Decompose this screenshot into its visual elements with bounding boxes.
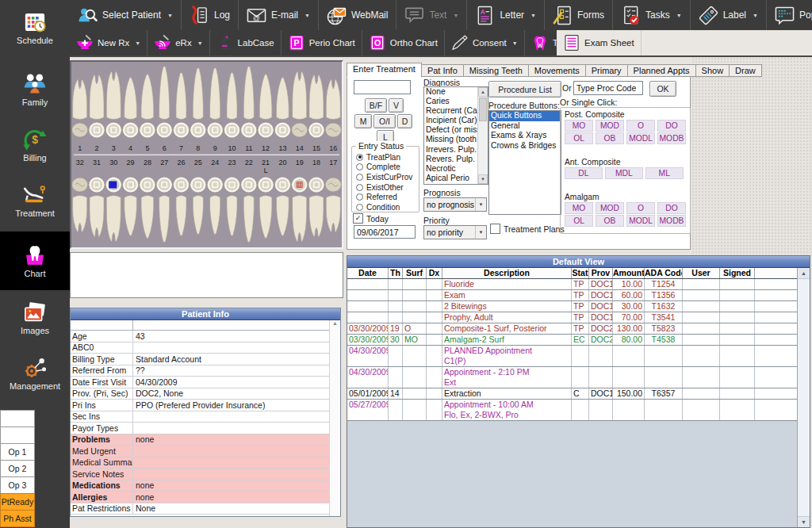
- procedure-category-exams-xrays[interactable]: Exams & Xrays: [489, 131, 561, 141]
- table-row[interactable]: 04/30/2009PLANNED Appointment C1(P): [347, 346, 798, 367]
- scroll-thumb[interactable]: [479, 98, 487, 121]
- tab-planned-appts[interactable]: Planned Appts: [627, 64, 696, 77]
- diagnosis-listbox[interactable]: NoneCariesRecurrent (Car)Incipient (Car)…: [423, 86, 488, 185]
- toolbar-button-ortho-chart[interactable]: OOrtho Chart: [362, 30, 445, 55]
- tab-missing-teeth[interactable]: Missing Teeth: [463, 64, 529, 77]
- radio-condition[interactable]: Condition: [356, 202, 419, 212]
- sidebar-item-management[interactable]: Management: [0, 346, 70, 401]
- quick-proc-button-amalgam-ob[interactable]: OB: [596, 215, 624, 227]
- quick-proc-button-post-composite-modl[interactable]: MODL: [626, 132, 655, 144]
- operatory-cell-empty[interactable]: [0, 410, 35, 427]
- toolbar-button-popups[interactable]: Popups: [767, 0, 812, 30]
- quick-proc-button-amalgam-mo[interactable]: MO: [565, 202, 593, 214]
- table-row[interactable]: FluorideTPDOC110.00T1254: [347, 279, 798, 290]
- toolbar-button-perio-chart[interactable]: PPerio Chart: [282, 30, 362, 55]
- scroll-up-icon[interactable]: ▲: [798, 268, 810, 279]
- scroll-down-icon[interactable]: ▼: [478, 174, 488, 184]
- procedure-category-quick-buttons[interactable]: Quick Buttons: [489, 111, 561, 121]
- tooth-chart-graphic[interactable]: 1234567891011121314151632313029282726252…: [71, 62, 342, 247]
- proc-code-input[interactable]: [573, 81, 643, 95]
- grid-scrollbar[interactable]: ▲ ▼: [797, 268, 810, 527]
- toolbar-button-tasks[interactable]: Tasks▼: [613, 0, 691, 30]
- tab-pat-info[interactable]: Pat Info: [421, 64, 464, 77]
- procedure-buttons-listbox[interactable]: Quick ButtonsGeneralExams & XraysCrowns …: [488, 110, 561, 215]
- sidebar-item-chart[interactable]: Chart: [0, 231, 70, 290]
- quick-proc-button-amalgam-modb[interactable]: MODB: [657, 215, 686, 227]
- operatory-cell-empty[interactable]: [0, 427, 35, 444]
- diagnosis-option-revers-pulp[interactable]: Revers. Pulp.: [424, 155, 478, 164]
- tab-show[interactable]: Show: [695, 64, 730, 77]
- sidebar-item-images[interactable]: Images: [0, 290, 70, 346]
- quick-proc-button-amalgam-mod[interactable]: MOD: [596, 202, 624, 214]
- column-header-filler[interactable]: [755, 268, 798, 278]
- operatory-cell-ptready[interactable]: PtReady: [0, 493, 35, 511]
- tab-draw[interactable]: Draw: [729, 64, 762, 77]
- today-checkbox[interactable]: ✓ Today: [353, 213, 389, 224]
- tooth-chart-panel[interactable]: 1234567891011121314151632313029282726252…: [70, 60, 343, 249]
- quick-proc-button-ant-composite-mdl[interactable]: MDL: [605, 167, 643, 179]
- table-row[interactable]: 2 BitewingsTPDOC130.00T1632: [347, 301, 798, 312]
- patient-info-scrollbar[interactable]: ▲: [329, 320, 340, 516]
- toolbar-button-consent[interactable]: Consent▼: [445, 30, 525, 55]
- procedure-category-general[interactable]: General: [489, 121, 561, 132]
- quick-proc-button-ant-composite-ml[interactable]: ML: [645, 167, 684, 179]
- diagnosis-scrollbar[interactable]: ▲ ▼: [477, 87, 488, 184]
- tab-movements[interactable]: Movements: [528, 64, 586, 77]
- diagnosis-option-apical-perio[interactable]: Apical Perio: [424, 174, 478, 183]
- scroll-down-icon[interactable]: ▼: [798, 516, 810, 527]
- toolbar-button-log[interactable]: Log: [182, 0, 239, 30]
- quick-proc-button-post-composite-do[interactable]: DO: [657, 120, 686, 132]
- prognosis-select[interactable]: no prognosis ▼: [423, 197, 487, 212]
- surface-button-b-f[interactable]: B/F: [365, 98, 387, 113]
- table-row[interactable]: 04/30/2009Appointment - 2:10 PM Ext: [347, 367, 798, 388]
- quick-proc-button-post-composite-modb[interactable]: MODB: [657, 132, 686, 144]
- diagnosis-option-defect-or-miss[interactable]: Defect (or miss: [424, 125, 478, 135]
- sidebar-item-treatment[interactable]: Treatment: [0, 173, 70, 228]
- sidebar-item-schedule[interactable]: Schedule: [0, 0, 70, 55]
- toolbar-button-erx[interactable]: eRx▼: [147, 30, 209, 55]
- procedure-category-crowns-bridges[interactable]: Crowns & Bridges: [489, 141, 561, 151]
- surface-button-m[interactable]: M: [354, 114, 372, 128]
- tab-enter-treatment[interactable]: Enter Treatment: [347, 63, 422, 78]
- column-header-description[interactable]: Description: [442, 268, 572, 278]
- column-header-prov[interactable]: Prov: [589, 268, 613, 278]
- quick-proc-button-post-composite-mo[interactable]: MO: [565, 120, 593, 132]
- procedure-list-button[interactable]: Procedure List: [488, 81, 561, 98]
- table-row[interactable]: ExamTPDOC160.00T1356: [347, 290, 798, 301]
- table-row[interactable]: 03/30/200919OComposite-1 Surf, Posterior…: [347, 323, 798, 335]
- diagnosis-option-caries[interactable]: Caries: [424, 97, 478, 106]
- column-header-amount[interactable]: Amount: [613, 268, 645, 278]
- table-row[interactable]: 05/01/200914ExtractionCDOC1150.00T6357: [347, 388, 798, 400]
- quick-proc-button-post-composite-ob[interactable]: OB: [596, 132, 624, 144]
- column-header-date[interactable]: Date: [347, 268, 389, 278]
- sidebar-item-billing[interactable]: $Billing: [0, 117, 70, 173]
- operatory-cell-ph-asst[interactable]: Ph Asst: [0, 510, 35, 527]
- column-header-ada-code[interactable]: ADA Code: [645, 268, 683, 278]
- column-header-signed[interactable]: Signed: [720, 268, 755, 278]
- radio-referred[interactable]: Referred: [356, 192, 419, 202]
- surface-button-d[interactable]: D: [397, 114, 412, 128]
- quick-proc-button-amalgam-ol[interactable]: OL: [565, 215, 593, 227]
- scroll-up-icon[interactable]: ▲: [478, 87, 488, 97]
- diagnosis-option-missing-tooth-s[interactable]: Missing (tooth s: [424, 135, 478, 144]
- radio-existother[interactable]: ExistOther: [356, 182, 419, 193]
- table-row[interactable]: 03/30/200930MOAmalgam-2 SurfECDOC280.00T…: [347, 335, 798, 346]
- table-row[interactable]: 05/27/2009Appointment - 10:00 AM Flo, Ex…: [347, 400, 798, 421]
- ok-button[interactable]: OK: [649, 81, 676, 97]
- diagnosis-option-incipient-car[interactable]: Incipient (Car): [424, 116, 478, 125]
- operatory-cell-op-2[interactable]: Op 2: [0, 460, 35, 477]
- sidebar-item-family[interactable]: Family: [0, 62, 70, 117]
- column-header-th[interactable]: Th: [389, 268, 403, 278]
- operatory-cell-op-3[interactable]: Op 3: [0, 476, 35, 494]
- priority-select[interactable]: no priority ▼: [423, 225, 487, 239]
- toolbar-button-new-rx[interactable]: New Rx▼: [70, 30, 147, 55]
- toolbar-button-letter[interactable]: ALetter▼: [467, 0, 545, 30]
- quick-proc-button-amalgam-modl[interactable]: MODL: [626, 215, 655, 227]
- diagnosis-option-none[interactable]: None: [424, 87, 478, 97]
- toolbar-button-label[interactable]: Label▼: [691, 0, 767, 30]
- toolbar-button-forms[interactable]: Forms: [545, 0, 613, 30]
- toolbar-button-text[interactable]: Text▼: [396, 0, 467, 30]
- surface-button-v[interactable]: V: [389, 98, 404, 113]
- quick-proc-button-amalgam-do[interactable]: DO: [657, 202, 686, 214]
- quick-proc-button-post-composite-ol[interactable]: OL: [565, 132, 593, 144]
